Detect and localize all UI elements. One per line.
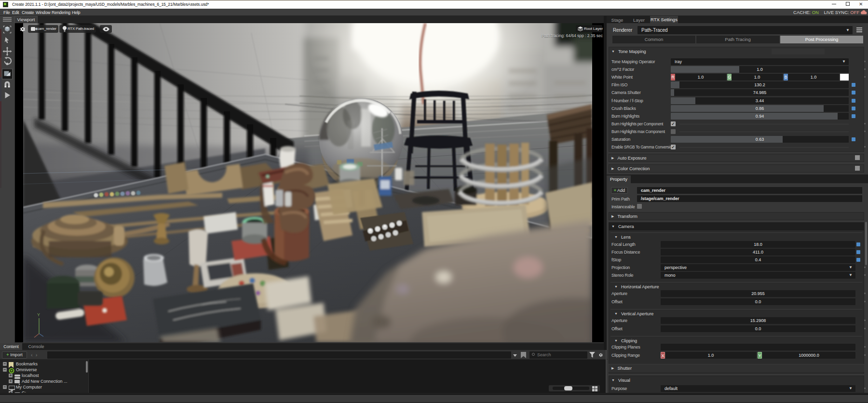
svg-text:Y: Y [37,312,40,317]
